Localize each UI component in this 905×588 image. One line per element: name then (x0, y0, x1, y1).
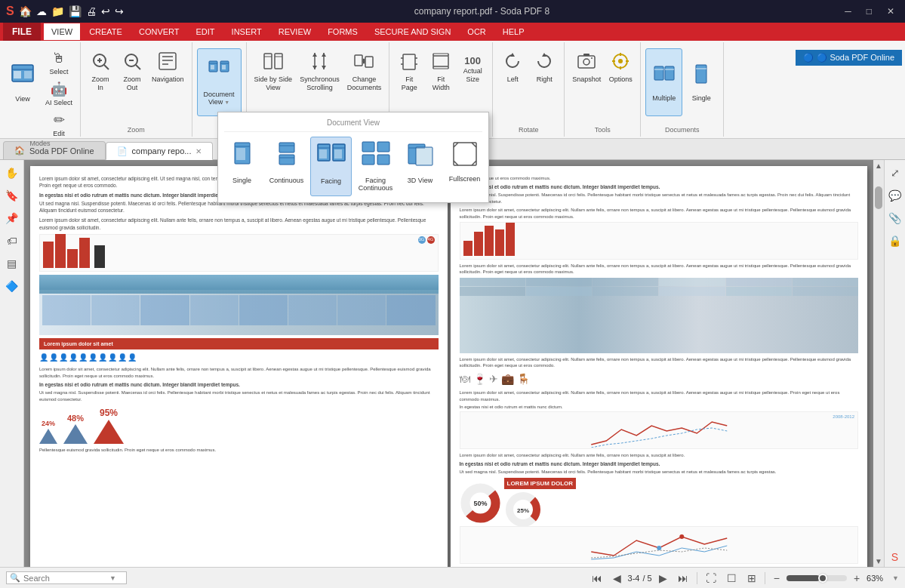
menu-create[interactable]: CREATE (82, 23, 130, 40)
minimize-button[interactable]: ─ (840, 5, 856, 18)
menu-review[interactable]: REVIEW (271, 23, 319, 40)
multiple-button[interactable]: Multiple (645, 48, 682, 116)
menu-convert[interactable]: CONVERT (131, 23, 187, 40)
scroll-down-arrow[interactable]: ▼ (873, 556, 884, 567)
actual-size-button[interactable]: 100 ActualSize (457, 48, 488, 87)
documents-label: Documents (665, 126, 700, 137)
sidebar-layers-icon[interactable]: ▤ (2, 254, 22, 273)
redo-icon[interactable]: ↪ (115, 5, 124, 17)
rs-soda-icon[interactable]: S (885, 547, 905, 567)
zoom-slider-thumb[interactable] (818, 574, 827, 583)
tools-label: Tools (595, 126, 611, 137)
zoom-out-button[interactable]: ZoomOut (117, 48, 147, 95)
facing-continuous-view-icon (362, 141, 390, 174)
fit-width-button[interactable]: FitWidth (426, 48, 456, 95)
single-label: Single (692, 94, 711, 102)
sidebar-bookmark-outline-icon[interactable]: 🔖 (2, 186, 22, 205)
view-button[interactable]: View (5, 48, 41, 116)
search-arrow-icon[interactable]: ▼ (109, 574, 116, 582)
scroll-up-arrow[interactable]: ▲ (873, 160, 884, 171)
menu-ocr[interactable]: OCR (460, 23, 493, 40)
dropdown-fullscreen[interactable]: Fullscreen (444, 137, 485, 196)
rotate-left-button[interactable]: Left (497, 48, 528, 87)
edit-button[interactable]: ✏ Edit (42, 109, 75, 140)
menu-view[interactable]: VIEW (44, 23, 80, 40)
nav-prev-button[interactable]: ◀ (609, 571, 625, 585)
print-icon[interactable]: 🖨 (86, 5, 97, 17)
side-by-side-icon (263, 51, 283, 74)
edit-icon: ✏ (54, 112, 65, 128)
single-doc-icon (690, 63, 713, 91)
options-button[interactable]: Options (605, 48, 636, 87)
select-button[interactable]: 🖱 Select (42, 48, 75, 78)
cloud-icon[interactable]: ☁ (36, 5, 47, 17)
svg-text:25%: 25% (516, 507, 528, 514)
change-documents-button[interactable]: ChangeDocuments (344, 48, 385, 95)
pdf-scroll-container[interactable]: Lorem ipsum dolor sit amet, consectetur … (24, 160, 873, 567)
pdf-page-right: From eget neque ut eros commodo maximus.… (451, 166, 868, 567)
nav-next-button[interactable]: ▶ (655, 571, 671, 585)
svg-rect-86 (362, 155, 374, 165)
menu-forms[interactable]: FORMS (320, 23, 365, 40)
rotate-right-button[interactable]: Right (529, 48, 559, 87)
menu-secure[interactable]: SECURE AND SIGN (367, 23, 458, 40)
synchronous-scrolling-button[interactable]: SynchronousScrolling (297, 48, 343, 95)
single-page-view-button[interactable]: ☐ (723, 571, 740, 585)
navigation-button[interactable]: Navigation (149, 48, 187, 87)
dropdown-title: Document View (224, 119, 482, 132)
status-sep1 (697, 572, 697, 584)
scroll-thumb[interactable] (875, 186, 882, 209)
zoom-out-status-button[interactable]: − (770, 571, 783, 585)
search-box[interactable]: 🔍 ▼ (6, 571, 127, 584)
soda-logo-icon: S (6, 5, 14, 18)
tab-soda-pdf[interactable]: 🏠 Soda PDF Online (3, 141, 106, 159)
save-icon[interactable]: 💾 (69, 5, 82, 17)
tab-close-icon[interactable]: ✕ (195, 147, 202, 155)
dropdown-facing-continuous[interactable]: Facing Continuous (355, 137, 396, 196)
ribbon-group-tools: Snapshot Options Tools (565, 42, 641, 137)
menu-items: VIEW CREATE CONVERT EDIT INSERT REVIEW F… (44, 23, 532, 40)
zoom-dropdown-icon[interactable]: ▼ (892, 574, 899, 582)
close-button[interactable]: ✕ (882, 5, 899, 18)
search-input[interactable] (23, 574, 106, 583)
tab-company-report[interactable]: 📄 company repo... ✕ (106, 142, 214, 160)
dropdown-facing[interactable]: Facing (310, 137, 352, 196)
fit-page-button[interactable]: FitPage (394, 48, 424, 95)
fullscreen-button[interactable]: ⛶ (702, 571, 720, 585)
dropdown-3d-view[interactable]: 3D View (399, 137, 441, 196)
menu-insert[interactable]: INSERT (224, 23, 269, 40)
zoom-in-status-button[interactable]: + (850, 571, 863, 585)
rs-attach-icon[interactable]: 📎 (885, 208, 905, 228)
snapshot-button[interactable]: Snapshot (569, 48, 604, 87)
rs-expand-icon[interactable]: ⤢ (885, 163, 905, 183)
zoom-slider[interactable] (786, 575, 847, 581)
nav-first-button[interactable]: ⏮ (588, 571, 606, 585)
maximize-button[interactable]: □ (862, 5, 876, 18)
pdf-page-left: Lorem ipsum dolor sit amet, consectetur … (30, 166, 448, 567)
sidebar-bookmark-filled-icon[interactable]: 📌 (2, 208, 22, 228)
file-menu-button[interactable]: FILE (3, 23, 41, 41)
home-icon[interactable]: 🏠 (19, 5, 32, 17)
menu-edit[interactable]: EDIT (189, 23, 223, 40)
multi-page-view-button[interactable]: ⊞ (743, 571, 760, 585)
rs-lock-icon[interactable]: 🔒 (885, 231, 905, 251)
scrollbar-right[interactable]: ▲ ▼ (873, 160, 884, 567)
nav-last-button[interactable]: ⏭ (674, 571, 692, 585)
sidebar-stamp-icon[interactable]: 🔷 (2, 276, 22, 296)
rs-comment-icon[interactable]: 💬 (885, 186, 905, 205)
soda-online-button[interactable]: 🔵 🔵 Soda PDF Online (796, 50, 902, 66)
document-view-button[interactable]: DocumentView (197, 48, 242, 116)
sidebar-hand-icon[interactable]: ✋ (2, 163, 22, 183)
dropdown-continuous[interactable]: Continuous (266, 137, 307, 196)
side-by-side-label: Side by SideView (254, 75, 293, 92)
folder-icon[interactable]: 📁 (51, 5, 64, 17)
ai-select-button[interactable]: 🤖 AI Select (42, 79, 75, 109)
zoom-in-button[interactable]: ZoomIn (85, 48, 115, 95)
svg-rect-85 (377, 142, 389, 152)
single-doc-button[interactable]: Single (684, 48, 719, 116)
menu-help[interactable]: HELP (495, 23, 532, 40)
dropdown-single[interactable]: Single (221, 137, 263, 196)
side-by-side-button[interactable]: Side by SideView (251, 48, 296, 95)
sidebar-tag-icon[interactable]: 🏷 (2, 231, 22, 251)
undo-icon[interactable]: ↩ (101, 5, 110, 17)
